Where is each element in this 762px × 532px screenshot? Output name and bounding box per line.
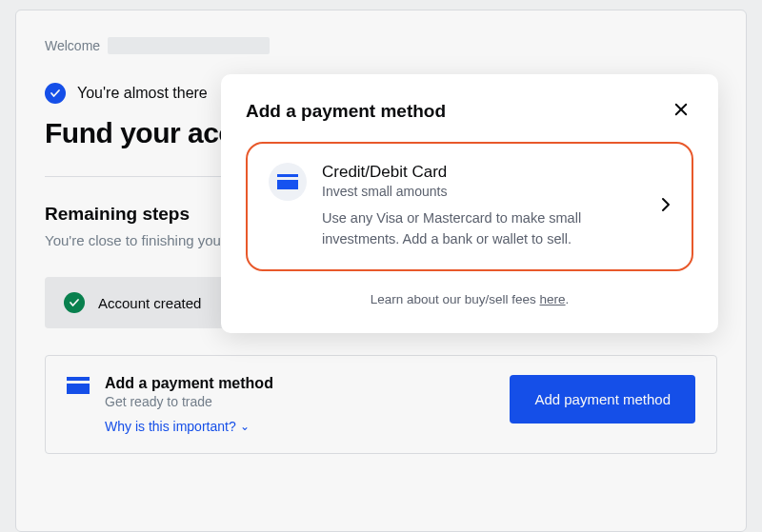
option-subtitle: Invest small amounts (322, 184, 646, 199)
fees-link[interactable]: here (540, 292, 566, 306)
fees-prefix: Learn about our buy/sell fees (371, 292, 540, 306)
credit-debit-card-option[interactable]: Credit/Debit Card Invest small amounts U… (246, 142, 693, 271)
modal-title: Add a payment method (246, 101, 446, 122)
option-texts: Credit/Debit Card Invest small amounts U… (322, 163, 646, 250)
option-title: Credit/Debit Card (322, 163, 646, 182)
option-icon-wrap (269, 163, 307, 201)
close-button[interactable] (669, 97, 693, 125)
add-payment-method-modal: Add a payment method Credit/Debit Card I… (221, 74, 718, 333)
close-icon (672, 107, 690, 121)
fees-suffix: . (566, 292, 570, 306)
modal-header: Add a payment method (246, 97, 693, 125)
option-description: Use any Visa or Mastercard to make small… (322, 208, 646, 250)
fees-note: Learn about our buy/sell fees here. (246, 292, 693, 306)
chevron-right-icon (661, 197, 671, 216)
card-icon (277, 174, 298, 189)
